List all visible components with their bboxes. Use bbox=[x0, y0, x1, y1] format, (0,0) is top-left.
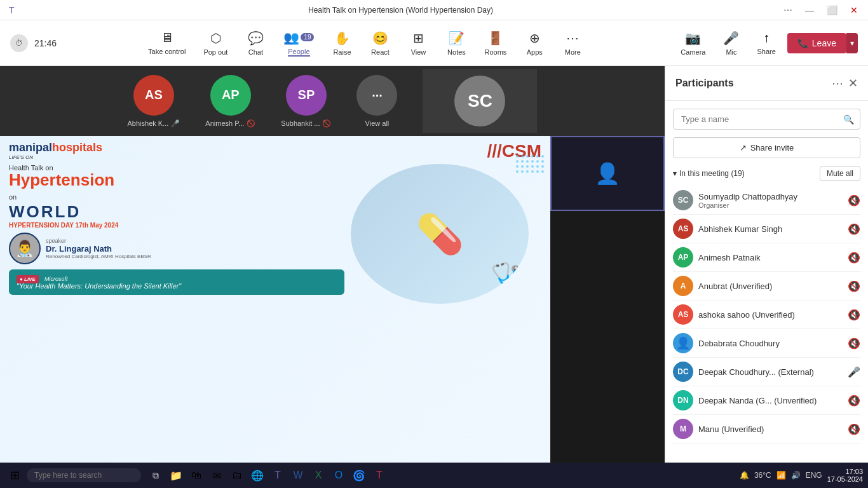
cam-off-icon: 👤 bbox=[595, 161, 620, 186]
notes-btn[interactable]: 📝 Notes bbox=[440, 27, 473, 60]
mic-ap: 🔇 bbox=[848, 252, 860, 264]
view-all-btn[interactable]: ··· View all bbox=[356, 75, 397, 127]
mute-all-btn[interactable]: Mute all bbox=[820, 166, 860, 181]
p-info-a: Anubrat (Unverified) bbox=[698, 281, 843, 291]
mic-dc1: 🔇 bbox=[848, 337, 860, 349]
lifes-on: LIFE'S ON bbox=[9, 154, 102, 160]
taskbar-teams2-btn[interactable]: T bbox=[370, 466, 389, 485]
participant-name-as: Abhishek K... 🎤 bbox=[128, 119, 180, 128]
minimize-btn[interactable]: — bbox=[803, 5, 817, 15]
view-btn[interactable]: ⊞ View bbox=[402, 27, 435, 60]
participant-name-ap: Animesh P... 🚫 bbox=[205, 119, 255, 128]
taskbar-search-input[interactable] bbox=[27, 468, 141, 482]
p-name-m: Manu (Unverified) bbox=[698, 424, 843, 434]
raise-icon: ✋ bbox=[334, 30, 350, 46]
meeting-time: 21:46 bbox=[34, 38, 57, 48]
volume-icon: 🔊 bbox=[791, 471, 801, 480]
participant-row-as: AS Abhishek Kumar Singh 🔇 bbox=[673, 215, 860, 243]
start-btn[interactable]: ⊞ bbox=[5, 466, 24, 485]
slide-logo: manipalhospitals LIFE'S ON bbox=[9, 141, 102, 160]
mic-dn: 🔇 bbox=[848, 395, 860, 407]
people-btn[interactable]: 👥19 People bbox=[277, 26, 320, 60]
camera-btn[interactable]: 📷 Camera bbox=[674, 27, 712, 60]
search-input[interactable] bbox=[673, 109, 860, 130]
toolbar: ⏱ 21:46 🖥 Take control ⬡ Pop out 💬 Chat … bbox=[0, 20, 868, 66]
participant-thumb-ap[interactable]: AP Animesh P... 🚫 bbox=[205, 75, 255, 128]
participant-thumb-sp[interactable]: SP Subhankit ... 🚫 bbox=[281, 75, 331, 128]
avatar-as2: AS bbox=[673, 219, 693, 239]
slide-content: manipalhospitals LIFE'S ON ///CSM Health… bbox=[0, 136, 550, 488]
take-control-btn[interactable]: 🖥 Take control bbox=[142, 27, 192, 59]
rooms-icon: 🚪 bbox=[487, 30, 503, 46]
close-btn[interactable]: ✕ bbox=[848, 5, 860, 15]
mic-as2: 🔇 bbox=[848, 309, 860, 321]
taskbar-excel-btn[interactable]: X bbox=[309, 466, 328, 485]
p-name-a: Anubrat (Unverified) bbox=[698, 281, 843, 291]
participant-row-dc1: 👤 Debabrata Choudhury 🔇 bbox=[673, 329, 860, 358]
avatar-more: ··· bbox=[356, 75, 397, 116]
more-options-btn[interactable]: ⋯ bbox=[781, 5, 795, 15]
sidebar-title: Participants bbox=[675, 78, 734, 89]
taskbar-store-btn[interactable]: 🛍 bbox=[187, 466, 206, 485]
more-btn[interactable]: ⋯ More bbox=[556, 27, 589, 60]
video-area: AS Abhishek K... 🎤 AP Animesh P... 🚫 SP … bbox=[0, 66, 665, 488]
leave-dropdown-btn[interactable]: ▾ bbox=[846, 33, 858, 53]
take-control-icon: 🖥 bbox=[161, 30, 173, 45]
pop-out-btn[interactable]: ⬡ Pop out bbox=[197, 27, 234, 60]
share-invite-label: Share invite bbox=[750, 143, 794, 152]
meeting-count-label: In this meeting (19) bbox=[679, 169, 745, 178]
mic-as-icon: 🎤 bbox=[171, 119, 180, 128]
sidebar-header: Participants ⋯ ✕ bbox=[665, 66, 868, 101]
raise-btn[interactable]: ✋ Raise bbox=[325, 27, 358, 60]
participants-strip: AS Abhishek K... 🎤 AP Animesh P... 🚫 SP … bbox=[0, 66, 665, 136]
view-label: View bbox=[411, 48, 426, 56]
taskbar-word-btn[interactable]: W bbox=[288, 466, 308, 485]
mic-sc: 🔇 bbox=[848, 194, 860, 207]
p-name-dc2: Deepak Choudhury... (External) bbox=[698, 367, 843, 377]
manipal-logo: manipalhospitals bbox=[9, 141, 102, 154]
taskbar-files-btn[interactable]: 🗂 bbox=[227, 466, 247, 485]
sidebar-close-btn[interactable]: ✕ bbox=[848, 76, 858, 90]
p-role-sc: Organiser bbox=[698, 201, 843, 209]
mic-ap-icon: 🚫 bbox=[247, 119, 255, 128]
stethoscope-emoji: 🩺 bbox=[491, 261, 522, 291]
p-info-sc: Soumyadip Chattopadhyay Organiser bbox=[698, 192, 843, 209]
taskbar-mail-btn[interactable]: ✉ bbox=[207, 466, 226, 485]
slide-right: 💊 🩺 bbox=[351, 164, 541, 304]
taskbar-edge-btn[interactable]: 🌐 bbox=[248, 466, 267, 485]
taskbar-taskview-btn[interactable]: ⧉ bbox=[146, 466, 165, 485]
mic-icon: 🎤 bbox=[723, 30, 739, 46]
search-icon: 🔍 bbox=[843, 114, 854, 125]
participant-thumb-as[interactable]: AS Abhishek K... 🎤 bbox=[128, 75, 180, 128]
take-control-label: Take control bbox=[148, 48, 186, 55]
share-invite-icon: ↗ bbox=[740, 143, 747, 152]
ms-teams-logo: T bbox=[8, 4, 20, 17]
share-btn[interactable]: ↑ Share bbox=[750, 27, 782, 59]
quote-box: ● LIVE Microsoft "Your Health Matters: U… bbox=[9, 269, 344, 295]
taskbar-teams-btn[interactable]: T bbox=[268, 466, 287, 485]
chat-btn[interactable]: 💬 Chat bbox=[239, 27, 272, 60]
p-info-as: Abhishek Kumar Singh bbox=[698, 224, 843, 234]
notes-label: Notes bbox=[447, 48, 466, 56]
taskbar-explorer-btn[interactable]: 📁 bbox=[166, 466, 186, 485]
taskbar-right: 🔔 36°C 📶 🔊 ENG 17:03 17-05-2024 bbox=[740, 468, 863, 483]
participants-sidebar: Participants ⋯ ✕ 🔍 ↗ Share invite ▾ In t… bbox=[665, 66, 868, 488]
ms-live-label: Microsoft bbox=[44, 276, 68, 282]
share-invite-btn[interactable]: ↗ Share invite bbox=[673, 137, 860, 158]
p-info-dc2: Deepak Choudhury... (External) bbox=[698, 367, 843, 377]
participant-row-dc2: DC Deepak Choudhury... (External) 🎤 bbox=[673, 358, 860, 386]
p-name-ap: Animesh Patnaik bbox=[698, 253, 843, 262]
share-label: Share bbox=[757, 48, 775, 55]
speaker-photo: 👨‍⚕️ bbox=[9, 233, 41, 264]
rooms-btn[interactable]: 🚪 Rooms bbox=[478, 27, 513, 60]
leave-btn[interactable]: 📞 Leave bbox=[787, 33, 846, 53]
speaker-section: 👨‍⚕️ speaker Dr. Lingaraj Nath Renowned … bbox=[9, 233, 344, 264]
more-label: More bbox=[565, 48, 581, 56]
taskbar-chrome-btn[interactable]: 🌀 bbox=[349, 466, 369, 485]
restore-btn[interactable]: ⬜ bbox=[824, 5, 840, 15]
apps-btn[interactable]: ⊕ Apps bbox=[518, 27, 551, 60]
react-btn[interactable]: 😊 React bbox=[363, 27, 397, 60]
mic-btn[interactable]: 🎤 Mic bbox=[717, 27, 745, 60]
taskbar-outlook-btn[interactable]: O bbox=[329, 466, 348, 485]
sidebar-more-btn[interactable]: ⋯ bbox=[832, 76, 843, 90]
